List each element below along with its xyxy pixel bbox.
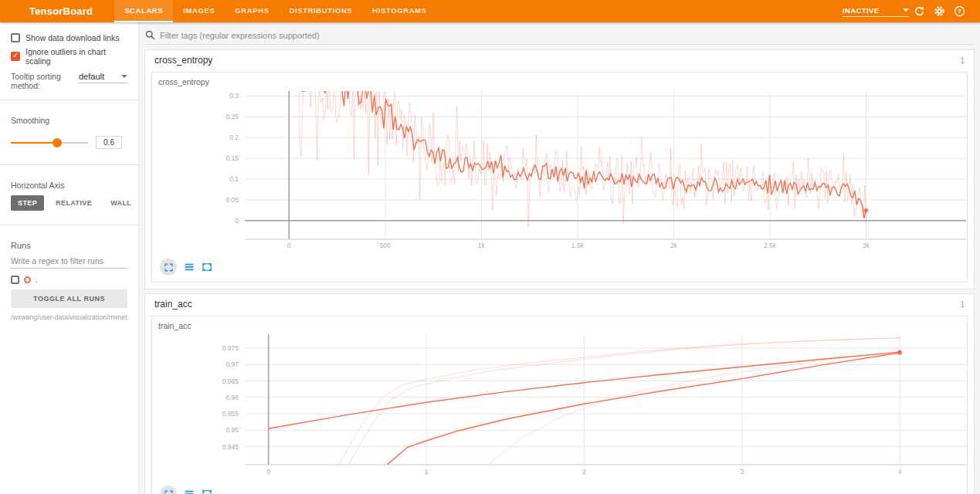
chart-card-footer (158, 255, 965, 280)
axis-step-button[interactable]: STEP (11, 195, 44, 211)
run-item[interactable]: . (11, 276, 127, 284)
svg-text:0.15: 0.15 (226, 154, 239, 162)
status-dropdown[interactable]: INACTIVE (843, 6, 909, 17)
divider (0, 100, 138, 100)
checkbox-label: Ignore outliers in chart scaling (25, 47, 127, 66)
train-acc-chart[interactable]: 0.9450.950.9550.960.9650.970.97501234 (158, 332, 965, 482)
svg-text:0.2: 0.2 (229, 134, 239, 141)
svg-text:0.95: 0.95 (226, 426, 239, 434)
navbar-actions: INACTIVE ? (843, 5, 969, 17)
dropdown-caret-icon (903, 8, 909, 12)
tab-graphs[interactable]: GRAPHS (225, 0, 279, 22)
section-train-acc: train_acc 1 train_acc 0.9450.950.9550.96… (144, 293, 975, 494)
svg-text:0.25: 0.25 (226, 113, 239, 120)
cross-entropy-chart[interactable]: 00.050.10.150.20.250.305001k1.5k2k2.5k3k (158, 88, 965, 255)
svg-text:2.5k: 2.5k (764, 242, 777, 249)
ignore-outliers-checkbox[interactable]: Ignore outliers in chart scaling (11, 47, 127, 66)
svg-text:0.96: 0.96 (226, 394, 239, 401)
divider (0, 164, 138, 165)
tooltip-sort-label: Tooltip sorting method: (11, 72, 74, 90)
axis-relative-button[interactable]: RELATIVE (49, 195, 99, 211)
section-title: train_acc (154, 299, 192, 310)
axis-wall-button[interactable]: WALL (103, 195, 138, 211)
toggle-all-runs-button[interactable]: TOGGLE ALL RUNS (11, 289, 127, 308)
svg-text:1.5k: 1.5k (571, 242, 585, 249)
logdir-path: /wxwang/user-data/visualization/mxnet (11, 313, 127, 321)
svg-text:0.965: 0.965 (222, 377, 239, 385)
fit-domain-icon[interactable] (202, 262, 212, 272)
tooltip-sort-value: default (79, 72, 104, 81)
section-cross-entropy: cross_entropy 1 cross_entropy 00.050.10.… (144, 49, 975, 289)
checkbox-checked-icon (11, 52, 20, 61)
svg-text:0.97: 0.97 (226, 360, 239, 368)
settings-sidebar: Show data download links Ignore outliers… (0, 22, 139, 494)
smoothing-label: Smoothing (11, 116, 127, 125)
svg-text:3k: 3k (863, 242, 870, 249)
checkbox-checked-icon (11, 276, 19, 284)
run-name: . (36, 276, 38, 284)
app-title: TensorBoard (29, 5, 93, 17)
svg-text:?: ? (958, 8, 961, 15)
section-count: 1 (960, 300, 965, 309)
main-content: cross_entropy 1 cross_entropy 00.050.10.… (139, 22, 980, 494)
svg-text:3: 3 (740, 468, 744, 475)
smoothing-slider[interactable] (11, 142, 88, 144)
svg-text:4: 4 (898, 468, 902, 475)
svg-text:0.955: 0.955 (222, 410, 239, 418)
tab-scalars[interactable]: SCALARS (114, 0, 173, 22)
chart-title: train_acc (158, 321, 965, 330)
search-icon (145, 30, 155, 40)
divider (0, 225, 138, 225)
svg-text:0.945: 0.945 (222, 443, 239, 451)
section-header[interactable]: cross_entropy 1 (145, 50, 974, 70)
svg-text:1k: 1k (478, 242, 486, 249)
chart-title: cross_entropy (158, 77, 965, 86)
svg-text:0: 0 (235, 217, 239, 225)
section-count: 1 (960, 56, 965, 65)
chart-card-cross-entropy: cross_entropy 00.050.10.150.20.250.30500… (151, 72, 968, 283)
checkbox-unchecked-icon (11, 33, 20, 42)
runs-list-icon[interactable] (184, 489, 195, 494)
dropdown-caret-icon (121, 75, 127, 78)
horizontal-axis-label: Horizontal Axis (11, 181, 127, 190)
chart-card-footer (158, 482, 965, 494)
chart-card-train-acc: train_acc 0.9450.950.9550.960.9650.970.9… (151, 316, 968, 494)
tab-distributions[interactable]: DISTRIBUTIONS (280, 0, 363, 22)
fullscreen-icon[interactable] (160, 259, 177, 276)
status-badge: INACTIVE (843, 6, 880, 15)
slider-handle[interactable] (53, 138, 62, 147)
runs-regex-input[interactable] (11, 254, 127, 269)
svg-text:0: 0 (287, 242, 291, 249)
svg-text:0: 0 (266, 468, 270, 475)
tag-filter-input[interactable] (160, 31, 974, 40)
svg-text:0.975: 0.975 (222, 344, 239, 352)
nav-tabs: SCALARS IMAGES GRAPHS DISTRIBUTIONS HIST… (114, 0, 436, 22)
svg-text:1: 1 (425, 468, 429, 475)
svg-text:0.3: 0.3 (229, 92, 239, 100)
tooltip-sort-select[interactable]: default (79, 72, 127, 83)
tab-images[interactable]: IMAGES (173, 0, 225, 22)
runs-list-icon[interactable] (184, 262, 195, 272)
tab-histograms[interactable]: HISTOGRAMS (362, 0, 436, 22)
fullscreen-icon[interactable] (160, 486, 177, 494)
svg-text:2: 2 (582, 468, 586, 475)
help-icon[interactable]: ? (949, 5, 969, 17)
slider-fill (11, 142, 57, 144)
svg-text:0.1: 0.1 (229, 175, 239, 183)
svg-text:0.05: 0.05 (226, 196, 239, 204)
section-header[interactable]: train_acc 1 (145, 294, 974, 314)
top-navbar: TensorBoard SCALARS IMAGES GRAPHS DISTRI… (0, 0, 980, 22)
tag-filter-row (145, 29, 974, 45)
run-color-swatch (24, 276, 31, 283)
gear-icon[interactable] (929, 5, 949, 17)
section-title: cross_entropy (154, 55, 212, 66)
smoothing-value[interactable]: 0.6 (96, 136, 122, 149)
svg-text:500: 500 (380, 242, 391, 249)
checkbox-label: Show data download links (25, 33, 119, 42)
show-download-links-checkbox[interactable]: Show data download links (11, 33, 127, 42)
refresh-icon[interactable] (909, 5, 929, 17)
svg-text:2k: 2k (670, 242, 678, 249)
runs-label: Runs (11, 241, 127, 250)
fit-domain-icon[interactable] (202, 489, 212, 494)
